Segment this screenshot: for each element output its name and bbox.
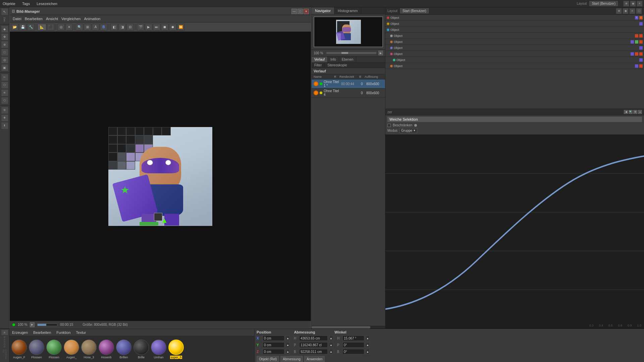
bm-save-icon[interactable]: 💾 bbox=[19, 24, 26, 31]
bm-menu-datei[interactable]: Datei bbox=[11, 16, 23, 21]
material-augen-f[interactable]: Augen_F bbox=[11, 340, 27, 359]
bm-icon10[interactable]: A bbox=[92, 24, 99, 31]
zoom-slider-track[interactable] bbox=[326, 52, 376, 54]
obj-row-5[interactable]: Object bbox=[385, 39, 644, 45]
obj-row-2[interactable]: Object bbox=[385, 21, 644, 27]
winkel-p-arrow[interactable]: ▲ bbox=[366, 342, 370, 348]
pos-x-input[interactable] bbox=[263, 336, 284, 341]
mat-menu-erzeugen[interactable]: Erzeugen bbox=[11, 330, 29, 335]
winkel-b-input[interactable] bbox=[342, 349, 364, 354]
obj-row-1[interactable]: Object T T bbox=[385, 15, 644, 21]
mat-menu-bearbeiten[interactable]: Bearbeiten bbox=[32, 330, 52, 335]
tab-ebenen[interactable]: Ebenen bbox=[339, 57, 356, 62]
bm-open-icon[interactable]: 📂 bbox=[11, 24, 18, 31]
winkel-h-input[interactable] bbox=[342, 336, 364, 341]
bm-icon4[interactable]: 📐 bbox=[38, 24, 46, 31]
bm-icon16[interactable]: ▶ bbox=[145, 24, 152, 31]
modus-dropdown[interactable]: Gruppe ▼ bbox=[399, 128, 417, 133]
bm-icon5[interactable]: ⬛ bbox=[47, 24, 54, 31]
top-menu-lesezeichen[interactable]: Lesezeichen bbox=[35, 1, 59, 6]
mat-tool-1[interactable]: ≡ bbox=[1, 329, 8, 336]
tool-arrow[interactable]: ↖ bbox=[1, 8, 8, 15]
bm-icon19[interactable]: ⏺ bbox=[169, 24, 176, 31]
obj-rel-btn[interactable]: Objekt (Rel) bbox=[257, 356, 279, 362]
obj-row-3[interactable]: Object bbox=[385, 27, 644, 33]
tool-2[interactable]: ✥ bbox=[1, 33, 8, 41]
anwenden-btn[interactable]: Anwenden bbox=[304, 356, 325, 362]
fr-layout-value[interactable]: Start (Benutzer) bbox=[400, 8, 429, 13]
fr-icon3[interactable]: ≡ bbox=[629, 8, 635, 14]
obj-row-4[interactable]: Object bbox=[385, 33, 644, 39]
obj-row-9[interactable]: Object bbox=[385, 63, 644, 69]
abm-p-input[interactable] bbox=[299, 342, 328, 348]
abm-h-input[interactable] bbox=[299, 336, 328, 341]
obj-row-6[interactable]: Object bbox=[385, 45, 644, 51]
fr-icon4[interactable]: ⬡ bbox=[636, 8, 642, 14]
icon-btn-2[interactable]: ◉ bbox=[630, 1, 636, 7]
bm-play-btn[interactable]: ▶ bbox=[30, 322, 35, 327]
bm-icon11[interactable]: B bbox=[100, 24, 107, 31]
tab-histogramm[interactable]: Histogramm bbox=[334, 7, 361, 14]
verlauf-row-1[interactable]: Ohne Titel 1 * 00:00:44 0 800x600 bbox=[312, 79, 385, 88]
tool-9[interactable]: ≋ bbox=[1, 89, 8, 97]
tool-5[interactable]: ◎ bbox=[1, 56, 8, 64]
tab-info[interactable]: Info bbox=[328, 57, 339, 62]
tab-filter[interactable]: Filter bbox=[312, 63, 325, 68]
bm-close[interactable]: ✕ bbox=[304, 9, 309, 14]
pos-y-input[interactable] bbox=[263, 342, 284, 348]
tool-4[interactable]: □ bbox=[1, 49, 8, 56]
bm-minimize[interactable]: — bbox=[291, 9, 297, 14]
bm-icon17[interactable]: ⏭ bbox=[153, 24, 160, 31]
bm-menu-bearbeiten[interactable]: Bearbeiten bbox=[23, 16, 44, 21]
bm-menu-ansicht[interactable]: Ansicht bbox=[44, 16, 60, 21]
material-brillen[interactable]: Brillen bbox=[116, 340, 131, 359]
tool-11[interactable]: ⚙ bbox=[1, 107, 8, 114]
tool-12[interactable]: ❖ bbox=[1, 114, 8, 122]
tool-1[interactable]: ◆ bbox=[1, 25, 8, 33]
material-hosenb[interactable]: Hosenb bbox=[99, 340, 114, 359]
pos-z-input[interactable] bbox=[263, 349, 284, 354]
zer-menu[interactable]: ≡ bbox=[638, 110, 642, 114]
winkel-h-arrow[interactable]: ▲ bbox=[366, 336, 370, 341]
pos-z-arrow[interactable]: ▲ bbox=[286, 349, 290, 354]
bm-icon6[interactable]: ◎ bbox=[57, 24, 65, 31]
mat-menu-textur[interactable]: Textur bbox=[75, 330, 88, 335]
zer-gear[interactable]: ⚙ bbox=[633, 110, 637, 114]
bm-icon18[interactable]: ⏹ bbox=[161, 24, 168, 31]
abm-b-input[interactable] bbox=[299, 349, 328, 354]
bm-menu-animation[interactable]: Animation bbox=[82, 16, 102, 21]
obj-row-7[interactable]: Object bbox=[385, 51, 644, 57]
material-brille[interactable]: Brille bbox=[133, 340, 149, 359]
winkel-b-arrow[interactable]: ▲ bbox=[366, 349, 370, 354]
verlauf-scrollbar[interactable] bbox=[312, 326, 385, 328]
bm-zoom-icon[interactable]: 🔍 bbox=[76, 24, 83, 31]
tool-8[interactable]: ⬡ bbox=[1, 81, 8, 89]
icon-btn-3[interactable]: ≡ bbox=[637, 1, 643, 7]
bm-icon9[interactable]: ⊞ bbox=[84, 24, 91, 31]
bm-icon3[interactable]: 🔧 bbox=[27, 24, 35, 31]
tool-7[interactable]: ✂ bbox=[1, 74, 8, 81]
material-umhan[interactable]: Umhan bbox=[151, 340, 166, 359]
abmessung-btn[interactable]: Abmessung bbox=[280, 356, 303, 362]
beschraenken-checkbox[interactable] bbox=[387, 124, 391, 127]
material-hose[interactable]: Hose_3 bbox=[81, 340, 97, 359]
tool-3[interactable]: ⊕ bbox=[1, 41, 8, 48]
abm-b-arrow[interactable]: ▲ bbox=[329, 349, 333, 354]
layout-value[interactable]: Start (Benutzer) bbox=[589, 1, 618, 6]
bm-icon15[interactable]: 🎬 bbox=[137, 24, 144, 31]
abm-p-arrow[interactable]: ▲ bbox=[329, 342, 333, 348]
top-menu-objekte[interactable]: Objekte bbox=[1, 1, 17, 6]
nav-thumbnail[interactable] bbox=[314, 16, 383, 47]
bm-icon20[interactable]: ⏩ bbox=[177, 24, 184, 31]
top-menu-tags[interactable]: Tags bbox=[21, 1, 31, 6]
material-flossen-2[interactable]: Flossen bbox=[46, 340, 62, 359]
tab-navigator[interactable]: Navigator bbox=[312, 7, 334, 14]
tool-13[interactable]: ⬆ bbox=[1, 122, 8, 129]
abm-h-arrow[interactable]: ▲ bbox=[329, 336, 333, 341]
tab-verlauf[interactable]: Verlauf bbox=[312, 57, 328, 62]
bm-icon12[interactable]: ◧ bbox=[110, 24, 118, 31]
obj-row-8[interactable]: Object bbox=[385, 57, 644, 63]
tab-stereoskopie[interactable]: Stereoskopie bbox=[325, 63, 350, 68]
bm-icon7[interactable]: ✕ bbox=[65, 24, 73, 31]
verlauf-row-2[interactable]: Ohne Titel 4 0 800x600 bbox=[312, 88, 385, 98]
